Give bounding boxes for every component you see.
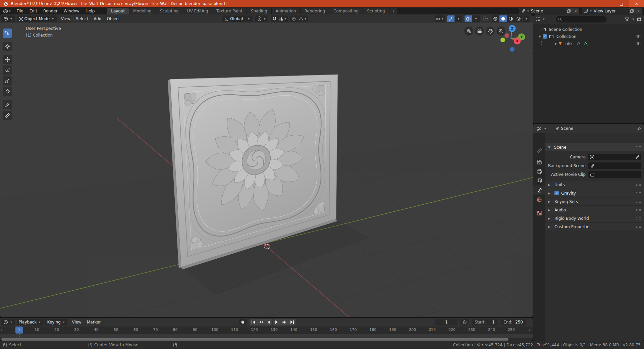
editor-outliner-icon[interactable] bbox=[535, 17, 541, 21]
properties-tab-world[interactable] bbox=[533, 195, 545, 204]
visibility-toggle[interactable]: ▾ bbox=[435, 15, 445, 22]
add-workspace-button[interactable]: + bbox=[389, 8, 397, 14]
camera-view-button[interactable] bbox=[475, 27, 484, 36]
outliner-row-collection[interactable]: ▼ ✓ Collection bbox=[533, 33, 644, 40]
snap-toggle[interactable] bbox=[271, 15, 278, 22]
tab-rendering[interactable]: Rendering bbox=[301, 8, 329, 14]
frame-start-field[interactable]: Start: 1 bbox=[472, 319, 498, 326]
outliner-search[interactable] bbox=[556, 16, 607, 22]
panel-grip[interactable] bbox=[636, 200, 641, 203]
viewport-3d[interactable]: ▾ Object Mode ▾ ViewSelectAddObject Glob… bbox=[0, 14, 533, 317]
record-button[interactable] bbox=[239, 319, 247, 326]
timeline-ruler[interactable]: › ‹ 102030405060708090100110120130140150… bbox=[0, 327, 533, 334]
tab-modeling[interactable]: Modeling bbox=[129, 8, 156, 14]
tool-move[interactable] bbox=[3, 55, 12, 64]
menu-file[interactable]: File bbox=[14, 7, 26, 14]
scene-selector[interactable]: ▾ Scene × bbox=[519, 8, 579, 14]
properties-tab-scene[interactable] bbox=[533, 186, 545, 195]
blender-menu-button[interactable]: ▾ bbox=[0, 7, 14, 14]
play-button[interactable] bbox=[273, 319, 280, 326]
tool-measure[interactable] bbox=[3, 111, 12, 120]
mode-selector[interactable]: Object Mode ▾ bbox=[17, 15, 57, 22]
background-scene-field[interactable] bbox=[588, 162, 641, 169]
menu-window[interactable]: Window bbox=[61, 7, 83, 14]
properties-tab-view-layer[interactable] bbox=[533, 176, 545, 186]
tab-compositing[interactable]: Compositing bbox=[329, 8, 363, 14]
gizmos-dropdown[interactable]: ▾ bbox=[455, 15, 462, 22]
panel-header-audio[interactable]: ▶Audio bbox=[545, 206, 644, 214]
panel-grip[interactable] bbox=[636, 184, 641, 186]
gizmo-axis-ball[interactable] bbox=[504, 33, 509, 38]
close-button[interactable]: ✕ bbox=[629, 0, 644, 7]
outliner-row-tile[interactable]: ▶ ▼ Tile bbox=[533, 40, 644, 47]
view-layer-selector[interactable]: ▾ View Layer × bbox=[582, 8, 642, 14]
eyedropper-icon[interactable] bbox=[635, 155, 640, 159]
viewport-menu-add[interactable]: Add bbox=[91, 15, 104, 22]
timeline-track[interactable] bbox=[0, 334, 533, 338]
next-keyframe-button[interactable] bbox=[280, 319, 288, 326]
timeline-menu-view[interactable]: View bbox=[69, 319, 84, 326]
jump-start-button[interactable] bbox=[250, 319, 257, 326]
camera-field[interactable] bbox=[588, 154, 641, 160]
proportional-editing-toggle[interactable] bbox=[290, 15, 298, 22]
tab-layout[interactable]: Layout bbox=[107, 8, 129, 14]
viewport-canvas[interactable] bbox=[0, 23, 533, 317]
tab-sculpting[interactable]: Sculpting bbox=[156, 8, 183, 14]
gizmo-axis-ball[interactable] bbox=[510, 47, 515, 52]
toggle-perspective-button[interactable] bbox=[464, 27, 473, 36]
viewport-menu-view[interactable]: View bbox=[58, 15, 73, 22]
new-collection-icon[interactable] bbox=[637, 17, 642, 21]
snap-target-selector[interactable]: ▾ bbox=[278, 15, 288, 22]
panel-grip[interactable] bbox=[636, 217, 641, 220]
current-frame-field[interactable]: 1 bbox=[435, 319, 458, 326]
editor-type-button[interactable]: ▾ bbox=[1, 15, 15, 22]
panel-header-rigid-body-world[interactable]: ▶Rigid Body World bbox=[545, 214, 644, 222]
maximize-button[interactable]: □ bbox=[614, 0, 629, 7]
timeline[interactable]: ▾ Playback▾Keying▾ViewMarker 1 Start: 1 … bbox=[0, 318, 533, 341]
jump-end-button[interactable] bbox=[288, 319, 296, 326]
menu-render[interactable]: Render bbox=[40, 7, 61, 14]
timeline-menu-marker[interactable]: Marker bbox=[84, 319, 103, 326]
timeline-scrollbar[interactable] bbox=[1, 338, 508, 341]
remove-view-layer-button[interactable]: × bbox=[635, 8, 642, 14]
shading-material-button[interactable] bbox=[507, 15, 515, 22]
tab-animation[interactable]: Animation bbox=[272, 8, 300, 14]
gizmo-axis-ball[interactable] bbox=[500, 38, 505, 42]
panel-grip[interactable] bbox=[636, 209, 641, 211]
panel-grip[interactable] bbox=[636, 192, 641, 195]
pin-icon[interactable] bbox=[637, 127, 641, 131]
shading-rendered-button[interactable] bbox=[515, 15, 522, 22]
region-toggle-left-icon[interactable]: › bbox=[1, 328, 2, 332]
timeline-editor-type-button[interactable]: ▾ bbox=[1, 319, 15, 326]
hide-eye-icon[interactable] bbox=[636, 35, 641, 38]
shading-solid-button[interactable] bbox=[499, 15, 507, 22]
play-reverse-button[interactable] bbox=[265, 319, 272, 326]
properties-tab-texture[interactable] bbox=[533, 208, 545, 218]
collection-checkbox[interactable]: ✓ bbox=[543, 34, 547, 39]
transform-orientation-selector[interactable]: Global ▾ bbox=[222, 15, 253, 22]
timeline-menu-keying[interactable]: Keying▾ bbox=[45, 319, 68, 326]
region-toggle-right-icon[interactable]: ‹ bbox=[529, 328, 530, 332]
outliner-row-scene-collection[interactable]: Scene Collection bbox=[533, 26, 644, 33]
menu-help[interactable]: Help bbox=[83, 7, 98, 14]
scene-panel-header[interactable]: ▼ Scene bbox=[545, 143, 644, 151]
filter-icon[interactable] bbox=[625, 17, 629, 21]
panel-header-units[interactable]: ▶Units bbox=[545, 181, 644, 189]
editor-properties-icon[interactable] bbox=[536, 127, 541, 131]
tab-scripting[interactable]: Scripting bbox=[363, 8, 389, 14]
tab-shading[interactable]: Shading bbox=[247, 8, 271, 14]
panel-header-gravity[interactable]: ▶✓Gravity bbox=[545, 189, 644, 197]
proportional-falloff-selector[interactable]: ▾ bbox=[298, 15, 308, 22]
tool-transform[interactable] bbox=[3, 87, 12, 96]
navigation-gizmo[interactable]: ZYX bbox=[496, 24, 529, 58]
timeline-menu-playback[interactable]: Playback▾ bbox=[17, 319, 44, 326]
tab-uv-editing[interactable]: UV Editing bbox=[183, 8, 212, 14]
search-input[interactable] bbox=[563, 17, 600, 21]
properties-tab-output[interactable] bbox=[533, 167, 545, 176]
expand-triangle[interactable]: ▶ bbox=[555, 42, 559, 45]
overlays-toggle[interactable] bbox=[465, 15, 472, 22]
panel-grip[interactable] bbox=[636, 226, 641, 228]
panel-header-custom-properties[interactable]: ▶Custom Properties bbox=[545, 223, 644, 231]
minimize-button[interactable]: ─ bbox=[599, 0, 614, 7]
shading-wireframe-button[interactable] bbox=[492, 15, 499, 22]
